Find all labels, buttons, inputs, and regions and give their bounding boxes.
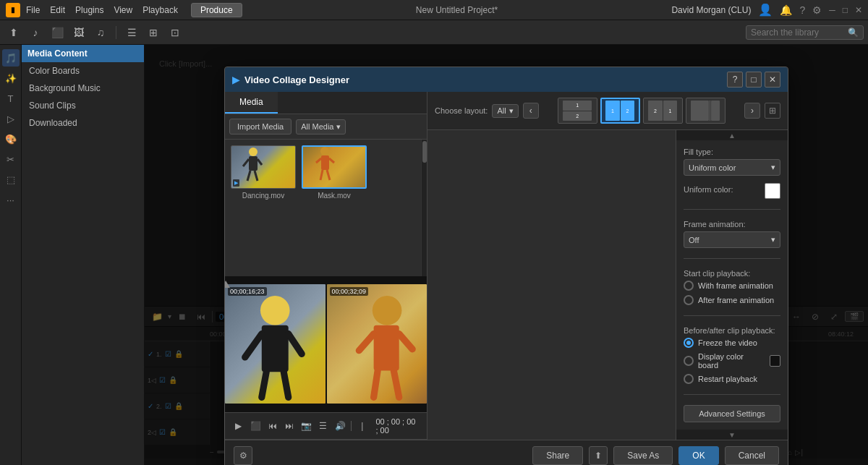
search-bar[interactable]: 🔍 (746, 25, 864, 40)
sidebar-icon-tools[interactable]: ✂ (2, 150, 20, 168)
list-item[interactable]: Mask.mov (302, 145, 367, 200)
menu-edit[interactable]: Edit (50, 5, 65, 15)
ok-button[interactable]: OK (678, 446, 718, 465)
right-scroll-down[interactable]: ▼ (676, 430, 788, 440)
panel-background-music[interactable]: Background Music (22, 80, 144, 97)
color-board-swatch[interactable] (770, 355, 780, 367)
panel-downloaded[interactable]: Downloaded (22, 114, 144, 132)
notifications-icon[interactable]: 🔔 (780, 4, 792, 16)
list-item[interactable]: ▶ Dancing.mov (231, 145, 296, 200)
radio-with-frame[interactable]: With frame animation (684, 281, 780, 291)
menu-bar: File Edit Plugins View Playback (26, 5, 178, 15)
modal-help-button[interactable]: ? (727, 72, 743, 88)
play-button[interactable]: ▶ (232, 418, 244, 434)
uniform-color-section: Uniform color: (684, 183, 780, 199)
layout-filter-select[interactable]: All ▾ (492, 104, 518, 118)
sidebar-icon-text[interactable]: T (2, 90, 20, 107)
tab-media[interactable]: Media (225, 92, 278, 114)
radio-circle-with-frame[interactable] (684, 281, 694, 291)
details-view-icon[interactable]: ⊡ (166, 23, 184, 42)
radio-freeze[interactable]: Freeze the video (684, 338, 780, 348)
fill-type-select[interactable]: Uniform color ▾ (684, 159, 780, 176)
share-button[interactable]: Share (532, 446, 583, 465)
layout-option-4[interactable] (686, 98, 726, 124)
radio-color-board[interactable]: Display color board (684, 352, 780, 370)
grid-view-icon[interactable]: ⊞ (144, 23, 163, 42)
radio-after-frame[interactable]: After frame animation (684, 295, 780, 305)
step-forward-button[interactable]: ⏭ (283, 418, 295, 434)
modal-close-button[interactable]: ✕ (765, 72, 780, 88)
layout-option-2[interactable]: 1 2 (600, 98, 640, 124)
uniform-color-swatch[interactable] (765, 183, 780, 199)
layout-option-1[interactable]: 1 2 (558, 98, 597, 124)
settings-icon[interactable]: ⚙ (812, 4, 822, 16)
snapshot-button[interactable]: 📷 (300, 418, 312, 434)
sidebar-icon-media[interactable]: 🎵 (2, 49, 20, 67)
svg-point-12 (260, 296, 290, 325)
media-filter-select[interactable]: All Media ▾ (296, 119, 346, 135)
produce-button[interactable]: Produce (191, 3, 242, 17)
list-view-icon[interactable]: ☰ (122, 23, 141, 42)
maximize-icon[interactable]: □ (843, 5, 848, 15)
right-scroll-up[interactable]: ▲ (676, 130, 788, 140)
panel-sound-clips[interactable]: Sound Clips (22, 97, 144, 114)
modal-right-panel: ▲ Fill type: Uniform color ▾ (676, 130, 788, 440)
user-display: David Morgan (CLU) (671, 5, 751, 15)
media-area: ▶ Dancing.mov (225, 140, 427, 276)
dancing-figure (239, 145, 296, 188)
sidebar-icon-transition[interactable]: ▷ (2, 110, 20, 127)
footer-settings-icon[interactable]: ⚙ (234, 446, 252, 465)
menu-plugins[interactable]: Plugins (75, 5, 103, 15)
sidebar-icon-mask[interactable]: ⬚ (2, 171, 20, 188)
export-icon[interactable]: ⬆ (4, 23, 23, 42)
stop-button[interactable]: ⬛ (249, 418, 261, 434)
help-icon[interactable]: ? (799, 4, 805, 16)
volume-icon[interactable]: 🔊 (334, 418, 346, 434)
monitor-icon[interactable]: ⬛ (48, 23, 67, 42)
menu-view[interactable]: View (114, 5, 132, 15)
playback-time: 00 ; 00 ; 00 ; 00 (375, 417, 420, 435)
seek-bar-icon[interactable]: | (356, 418, 368, 434)
import-media-button[interactable]: Import Media (229, 119, 292, 135)
video-preview: 00;00;16;23 (225, 276, 427, 413)
svg-line-2 (243, 159, 249, 166)
sidebar-icon-more[interactable]: ··· (2, 191, 20, 208)
sidebar-icon-effects[interactable]: ✨ (2, 69, 20, 87)
save-as-button[interactable]: Save As (613, 446, 673, 465)
search-input[interactable] (751, 27, 845, 38)
modal-footer: ⚙ Share ⬆ Save As OK Cancel (225, 440, 788, 465)
audio-icon[interactable]: ♫ (91, 23, 110, 42)
media-scrollbar-thumb[interactable] (422, 141, 427, 163)
radio-circle-after-frame[interactable] (684, 295, 694, 305)
menu-playback[interactable]: Playback (142, 5, 178, 15)
audio-playback-icon[interactable]: ☰ (317, 418, 329, 434)
minimize-icon[interactable]: ─ (829, 5, 835, 15)
layout-prev-button[interactable]: ‹ (523, 103, 539, 119)
step-back-button[interactable]: ⏮ (266, 418, 278, 434)
layout-option-3[interactable]: 2 1 (643, 98, 683, 124)
user-avatar-icon[interactable]: 👤 (758, 3, 773, 17)
close-icon[interactable]: ✕ (855, 5, 862, 15)
media-thumb-mask[interactable] (302, 145, 367, 189)
search-icon: 🔍 (848, 27, 859, 38)
radio-circle-color-board[interactable] (684, 356, 694, 366)
footer-export-icon[interactable]: ⬆ (589, 446, 608, 465)
advanced-settings-button[interactable]: Advanced Settings (684, 405, 780, 422)
menu-file[interactable]: File (26, 5, 40, 15)
radio-restart[interactable]: Restart playback (684, 374, 780, 384)
media-scrollbar[interactable] (421, 140, 427, 276)
layout-grid-button[interactable]: ⊞ (765, 103, 780, 119)
modal-maximize-button[interactable]: □ (746, 72, 762, 88)
sidebar-icon-color[interactable]: 🎨 (2, 130, 20, 148)
panel-color-boards[interactable]: Color Boards (22, 62, 144, 80)
radio-circle-restart[interactable] (684, 374, 694, 384)
music-icon[interactable]: ♪ (26, 23, 45, 42)
image-icon[interactable]: 🖼 (69, 23, 88, 42)
media-thumb-dancing[interactable]: ▶ (231, 145, 296, 189)
layout-next-button[interactable]: › (744, 103, 760, 119)
radio-circle-freeze[interactable] (684, 338, 694, 348)
frame-animation-select[interactable]: Off ▾ (684, 231, 780, 248)
cancel-button[interactable]: Cancel (725, 446, 779, 465)
media-panel: Media Content Color Boards Background Mu… (22, 45, 145, 465)
svg-rect-7 (321, 155, 329, 170)
